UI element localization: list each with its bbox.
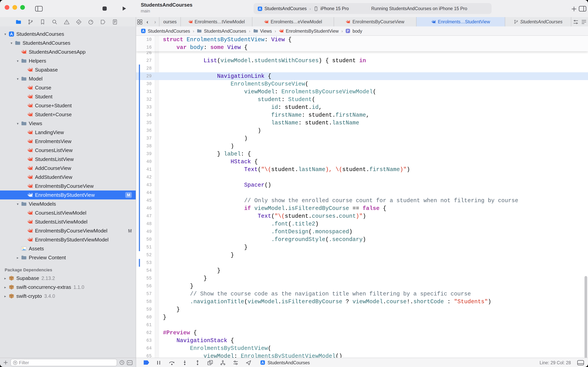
running-app[interactable]: StudentsAndCourses — [260, 360, 310, 365]
toggle-navigator-icon[interactable] — [35, 6, 43, 12]
code-text[interactable]: viewModel: EnrolmentsByCourseViewModel( — [159, 88, 376, 96]
navigator-debug-icon[interactable] — [88, 19, 94, 25]
focus-ribbon[interactable] — [155, 306, 159, 313]
tab-enrolmentsbycourseview[interactable]: EnrolmentsByCourseView — [334, 17, 417, 26]
focus-ribbon[interactable] — [155, 142, 159, 150]
console-toggle-icon[interactable] — [577, 360, 584, 365]
code-line-46[interactable]: 46 if viewModel.isFilteredByCourse == fa… — [136, 204, 588, 212]
focus-ribbon[interactable] — [155, 212, 159, 220]
code-text[interactable]: } — [159, 251, 234, 259]
sidebar-item-landingview[interactable]: LandingView — [0, 128, 136, 137]
focus-ribbon[interactable] — [155, 290, 159, 298]
line-number[interactable]: 27 — [136, 57, 155, 65]
code-line-40[interactable]: 40 HStack { — [136, 158, 588, 166]
focus-ribbon[interactable] — [155, 251, 159, 259]
tab-enrolments-eviewmodel[interactable]: Enrolments…eViewModel — [252, 17, 334, 26]
code-text[interactable]: } — [159, 306, 180, 313]
code-text[interactable]: lastName: student.lastName — [159, 119, 359, 127]
code-text[interactable] — [159, 173, 163, 181]
code-line-29[interactable]: 29 NavigationLink { — [136, 72, 588, 80]
code-text[interactable]: Text("\(student.courses.count)") — [159, 212, 366, 220]
pause-icon[interactable] — [156, 360, 163, 365]
code-text[interactable]: Spacer() — [159, 181, 271, 189]
back-icon[interactable]: ‹ — [143, 17, 151, 26]
code-line-64[interactable]: 64 EnrolmentsByStudentView( — [136, 344, 588, 352]
navigator-source-control-icon[interactable] — [28, 19, 34, 25]
code-text[interactable]: viewModel: EnrolmentsByStudentViewModel(… — [159, 352, 342, 358]
line-number[interactable]: 56 — [136, 282, 155, 290]
code-review-icon[interactable] — [572, 17, 580, 26]
code-text[interactable]: ) — [159, 134, 248, 142]
line-number[interactable]: 10 — [136, 36, 155, 43]
line-number[interactable]: 16 — [136, 43, 155, 51]
code-line-36[interactable]: 36 ) — [136, 127, 588, 134]
line-number[interactable]: 57 — [136, 290, 155, 298]
code-text[interactable]: NavigationLink { — [159, 72, 271, 80]
focus-ribbon[interactable] — [155, 282, 159, 290]
step-over-icon[interactable] — [169, 360, 175, 365]
code-line-62[interactable]: 62#Preview { — [136, 329, 588, 337]
code-text[interactable]: List(viewModel.studentsWithCourses) { st… — [159, 57, 366, 65]
line-number[interactable]: 55 — [136, 275, 155, 282]
code-line-58[interactable]: 58 .navigationTitle(viewModel.isFiltered… — [136, 298, 588, 306]
line-number[interactable]: 58 — [136, 298, 155, 306]
focus-ribbon[interactable] — [155, 267, 159, 275]
disclosure-open-icon[interactable]: ▾ — [8, 41, 14, 45]
sidebar-divider[interactable] — [136, 17, 136, 367]
code-text[interactable] — [159, 189, 163, 197]
code-text[interactable]: // Show the course code as the navigatio… — [159, 290, 471, 298]
focus-ribbon[interactable] — [155, 344, 159, 352]
sidebar-item-model[interactable]: ▾Model — [0, 74, 136, 83]
code-line-56[interactable]: 56 } — [136, 282, 588, 290]
code-line-48[interactable]: 48 .font(.title2) — [136, 220, 588, 228]
focus-ribbon[interactable] — [155, 65, 159, 72]
sidebar-item-studentsandcourses[interactable]: ▾StudentsAndCourses — [0, 39, 136, 47]
code-text[interactable]: } — [159, 243, 248, 251]
focus-ribbon[interactable] — [155, 243, 159, 251]
tab-enrolments-studentview[interactable]: Enrolments…StudentView — [417, 17, 505, 26]
code-text[interactable]: student: Student( — [159, 96, 315, 103]
focus-ribbon[interactable] — [155, 134, 159, 142]
code-text[interactable]: firstName: student.firstName, — [159, 111, 370, 119]
disclosure-closed-icon[interactable]: ▸ — [15, 256, 21, 259]
focus-ribbon[interactable] — [155, 321, 159, 329]
code-text[interactable] — [159, 259, 163, 267]
tab-studentsandcourses[interactable]: StudentsAndCourses — [505, 17, 571, 26]
sidebar-item-studentsandcoursesapp[interactable]: StudentsAndCoursesApp — [0, 47, 136, 56]
run-button[interactable] — [121, 6, 127, 11]
activity-view[interactable]: StudentsAndCourses › iPhone 15 Pro Runni… — [253, 3, 492, 14]
code-line-35[interactable]: 35 lastName: student.lastName — [136, 119, 588, 127]
disclosure-open-icon[interactable]: ▾ — [15, 77, 21, 81]
code-line-33[interactable]: 33 id: student.id, — [136, 103, 588, 111]
code-text[interactable]: } — [159, 267, 220, 275]
code-text[interactable]: } label: { — [159, 150, 251, 158]
code-line-38[interactable]: 38 ) — [136, 142, 588, 150]
view-hierarchy-icon[interactable] — [207, 360, 214, 365]
code-area[interactable]: 2627 List(viewModel.studentsWithCourses)… — [136, 51, 588, 358]
code-text[interactable]: HStack { — [159, 158, 258, 166]
focus-ribbon[interactable] — [155, 275, 159, 282]
code-text[interactable]: var body: some View { — [159, 43, 248, 51]
line-number[interactable]: 63 — [136, 337, 155, 344]
code-line-42[interactable]: 42 — [136, 173, 588, 181]
sidebar-item-studentslistviewmodel[interactable]: StudentsListViewModel — [0, 217, 136, 226]
sidebar-item-courseslistviewmodel[interactable]: CoursesListViewModel — [0, 209, 136, 217]
sidebar-item-course[interactable]: Course — [0, 83, 136, 92]
code-line-34[interactable]: 34 firstName: student.firstName, — [136, 111, 588, 119]
code-line-52[interactable]: 52 } — [136, 251, 588, 259]
tab-enrolments-tviewmodel[interactable]: Enrolments…tViewModel — [181, 17, 252, 26]
code-text[interactable] — [159, 51, 163, 57]
sidebar-item-courseslistview[interactable]: CoursesListView — [0, 146, 136, 155]
code-text[interactable]: NavigationStack { — [159, 337, 234, 344]
code-text[interactable]: // Only show the enrolled course count f… — [159, 197, 518, 204]
code-line-53[interactable]: 53 — [136, 259, 588, 267]
step-out-icon[interactable] — [194, 360, 201, 365]
focus-ribbon[interactable] — [155, 127, 159, 134]
code-line-63[interactable]: 63 NavigationStack { — [136, 337, 588, 344]
breakpoints-icon[interactable] — [143, 360, 150, 365]
navigator-bookmarks-icon[interactable] — [40, 19, 45, 25]
code-text[interactable]: .font(.title2) — [159, 220, 319, 228]
navigator-issues-icon[interactable] — [64, 19, 70, 25]
focus-ribbon[interactable] — [155, 197, 159, 204]
code-text[interactable]: EnrolmentsByStudentView( — [159, 344, 271, 352]
